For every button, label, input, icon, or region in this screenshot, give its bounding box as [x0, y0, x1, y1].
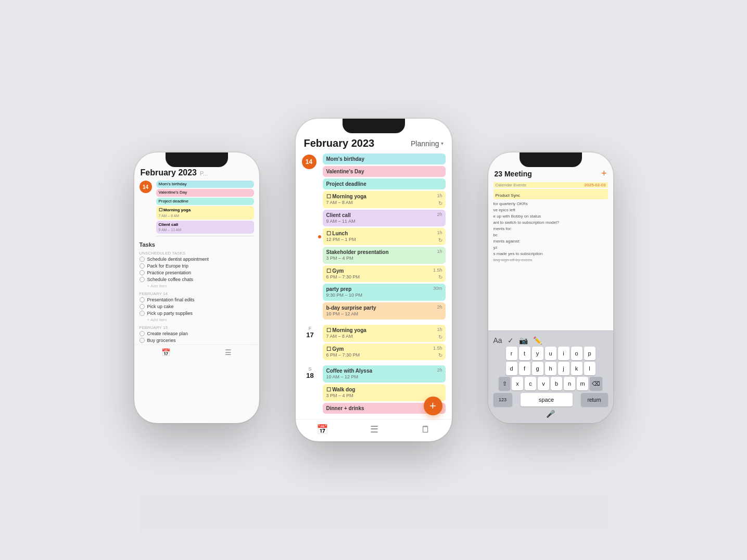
task-circle: [140, 277, 145, 282]
key-x[interactable]: c: [525, 377, 536, 390]
left-day-badge: 14: [140, 181, 152, 193]
key-s[interactable]: f: [519, 362, 530, 375]
key-y[interactable]: o: [571, 347, 583, 360]
key-g[interactable]: j: [558, 362, 569, 375]
event-gym-17-wrap[interactable]: ☐ Gym 6 PM – 7:30 PM 1.5h ↻: [323, 343, 446, 361]
key-n[interactable]: m: [577, 377, 588, 390]
event-moms-birthday[interactable]: Mom's birthday: [323, 154, 446, 164]
key-e[interactable]: y: [532, 347, 543, 360]
event-duration: 1.5h: [433, 268, 442, 273]
kb-font-icon[interactable]: Aa: [493, 336, 502, 345]
event-duration: 30m: [433, 286, 442, 291]
keyboard-bottom-row: 123 space return: [490, 392, 611, 408]
nav-notes-icon[interactable]: 🗒: [421, 424, 431, 435]
key-a[interactable]: d: [506, 362, 517, 375]
center-bottom-nav: 📅 ☰ 🗒: [296, 419, 452, 441]
key-h[interactable]: k: [571, 362, 583, 375]
right-plus-button[interactable]: +: [601, 168, 607, 179]
kb-pencil-icon[interactable]: ✏️: [533, 336, 542, 345]
event-morning-yoga-wrap[interactable]: ☐ Morning yoga 7 AM – 8 AM 1h ↻: [323, 191, 446, 208]
center-month-title: February 2023: [304, 137, 375, 149]
event-lunch-wrap[interactable]: ☐ Lunch 12 PM – 1 PM 1h ↻: [323, 228, 446, 245]
mic-icon[interactable]: 🎤: [546, 410, 555, 418]
event-bday-party-wrap[interactable]: b-day surprise party 10 PM – 12 AM 2h: [323, 302, 446, 320]
day-14-label: 14: [302, 154, 319, 169]
nav-calendar-icon[interactable]: 📅: [316, 424, 328, 435]
key-q[interactable]: r: [506, 347, 517, 360]
key-w[interactable]: t: [519, 347, 530, 360]
task-coffee[interactable]: Schedule coffee chats: [140, 277, 254, 282]
left-add-item-1[interactable]: + Add item: [147, 284, 254, 288]
left-event-client-call: Client call 9 AM – 11 AM: [156, 221, 254, 234]
task-dentist[interactable]: Schedule dentist appointment: [140, 257, 254, 262]
left-add-item-2[interactable]: + Add item: [147, 317, 254, 322]
day-17-events: ☐ Morning yoga 7 AM – 8 AM 1h ↻ ☐ Gym 6 …: [323, 325, 446, 360]
keyboard: Aa ✓ 📷 ✏️ r t y u i o p d f g: [488, 330, 613, 423]
task-presentation[interactable]: Practice presentation: [140, 270, 254, 275]
day-row-17: F 17 ☐ Morning yoga 7 AM – 8 AM 1h ↻: [302, 325, 446, 360]
day-17-label: F 17: [302, 325, 319, 339]
event-yoga-17-wrap[interactable]: ☐ Morning yoga 7 AM – 8 AM 1h ↻: [323, 325, 446, 342]
key-v[interactable]: b: [551, 377, 562, 390]
center-scroll-area[interactable]: 14 Mom's birthday Valentine's Day Projec…: [296, 154, 452, 419]
key-t[interactable]: i: [558, 347, 569, 360]
event-duration: 1h: [437, 327, 442, 332]
left-month-title: February 2023: [141, 168, 197, 177]
repeat-icon: ↻: [438, 334, 442, 340]
left-section-unscheduled: Unscheduled tasks: [140, 251, 254, 256]
key-c[interactable]: v: [538, 377, 549, 390]
left-nav-calendar[interactable]: 📅: [161, 348, 170, 357]
repeat-icon: ↻: [438, 237, 442, 243]
key-u[interactable]: p: [584, 347, 596, 360]
key-d[interactable]: g: [532, 362, 543, 375]
key-backspace[interactable]: ⌫: [590, 377, 602, 390]
kb-check-icon[interactable]: ✓: [508, 336, 514, 345]
notch-left: [166, 152, 228, 167]
task-pick-cake[interactable]: Pick up cake: [140, 304, 254, 309]
event-duration: 1h: [437, 249, 442, 254]
event-party-prep-wrap[interactable]: party prep 9:30 PM – 10 PM 30m: [323, 284, 446, 301]
task-circle: [140, 331, 145, 336]
event-valentines[interactable]: Valentine's Day: [323, 166, 446, 177]
key-r[interactable]: u: [545, 347, 556, 360]
chevron-down-icon: ▾: [441, 141, 444, 146]
event-project-deadline[interactable]: Project deadline: [323, 179, 446, 189]
reflection: [140, 496, 608, 558]
left-section-feb15: February 15: [140, 325, 254, 330]
task-final-edits[interactable]: Presentation final edits: [140, 297, 254, 302]
left-event-morning-yoga: ☐ Morning yoga 7 AM – 8 AM: [156, 206, 254, 219]
left-nav-list[interactable]: ☰: [225, 348, 232, 357]
planning-dropdown[interactable]: Planning ▾: [411, 139, 444, 148]
right-scroll-area: Calendar Events 2025-02-03 Product Sync …: [488, 182, 613, 330]
key-j[interactable]: l: [584, 362, 596, 375]
repeat-icon: ↻: [438, 352, 442, 358]
event-coffee-wrap[interactable]: Coffee with Alyssa 10 AM – 12 PM 2h: [323, 365, 446, 383]
key-123[interactable]: 123: [493, 393, 512, 406]
key-z[interactable]: x: [512, 377, 523, 390]
left-section-feb14: February 14: [140, 291, 254, 296]
task-circle: [140, 338, 145, 343]
right-calendar-event: Calendar Events 2025-02-03: [493, 182, 608, 188]
right-screen: 23 Meeting + Calendar Events 2025-02-03 …: [488, 152, 613, 423]
left-screen: February 2023 P... 14 Mom's birthday Val…: [134, 152, 259, 423]
kb-photo-icon[interactable]: 📷: [519, 336, 528, 345]
event-stakeholder-wrap[interactable]: Stakeholder presentation 3 PM – 4 PM 1h: [323, 247, 446, 264]
nav-list-icon[interactable]: ☰: [370, 424, 378, 435]
task-europe[interactable]: Pack for Europe trip: [140, 263, 254, 269]
key-f[interactable]: h: [545, 362, 556, 375]
event-gym-wrap[interactable]: ☐ Gym 6 PM – 7:30 PM 1.5h ↻: [323, 265, 446, 283]
key-b[interactable]: n: [564, 377, 575, 390]
event-client-call-wrap[interactable]: Client call 9 AM – 11 AM 2h: [323, 210, 446, 227]
task-groceries[interactable]: Buy groceries: [140, 338, 254, 343]
key-space[interactable]: space: [521, 393, 573, 406]
day-14-badge: 14: [302, 155, 316, 169]
key-shift[interactable]: ⇧: [499, 377, 510, 390]
task-circle: [140, 311, 145, 316]
event-duration: 2h: [437, 212, 442, 217]
key-return[interactable]: return: [581, 393, 608, 406]
task-party-supplies[interactable]: Pick up party supplies: [140, 311, 254, 316]
day-14-events: Mom's birthday Valentine's Day Project d…: [323, 154, 446, 320]
fab-add-button[interactable]: +: [424, 397, 442, 415]
task-release-plan[interactable]: Create release plan: [140, 331, 254, 336]
phone-left: February 2023 P... 14 Mom's birthday Val…: [134, 152, 259, 423]
